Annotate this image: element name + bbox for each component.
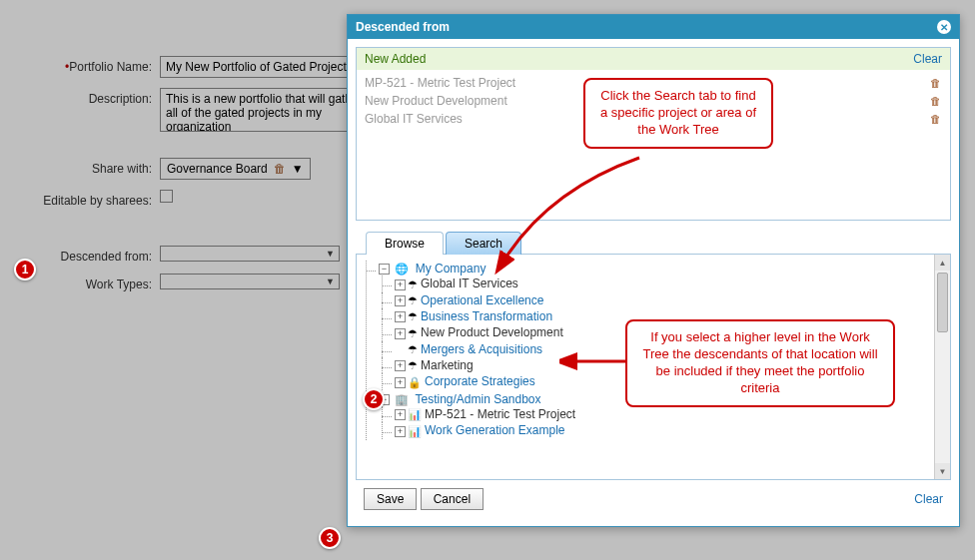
added-item-label: MP-521 - Metric Test Project (365, 76, 515, 90)
added-item-label: New Product Development (365, 94, 507, 108)
cancel-button[interactable]: Cancel (421, 488, 484, 510)
trash-icon[interactable] (930, 76, 942, 90)
tree-node[interactable]: Marketing (421, 358, 474, 372)
added-item-label: Global IT Services (365, 112, 463, 126)
project-icon: 📊 (408, 408, 422, 421)
project-icon: 📊 (408, 425, 422, 438)
step-marker-2: 2 (363, 388, 385, 410)
footer-clear-link[interactable]: Clear (914, 492, 943, 506)
scroll-thumb[interactable] (937, 273, 948, 332)
umbrella-icon: ☂ (408, 294, 418, 307)
callout-search-tab: Click the Search tab to find a specific … (583, 78, 773, 149)
tree-expand-icon[interactable]: + (395, 426, 406, 437)
umbrella-icon: ☂ (408, 343, 418, 356)
tree-node[interactable]: Business Transformation (421, 309, 552, 323)
umbrella-icon: ☂ (408, 327, 418, 340)
building-icon: 🏢 (395, 393, 409, 406)
tree-node[interactable]: Operational Excellence (421, 293, 543, 307)
tab-browse[interactable]: Browse (366, 232, 444, 255)
tree-collapse-icon[interactable]: − (379, 264, 390, 275)
tree-expand-icon[interactable]: + (395, 360, 406, 371)
tree-node[interactable]: Mergers & Acquisitions (421, 342, 542, 356)
globe-icon: 🌐 (395, 263, 409, 276)
tree-node[interactable]: MP-521 - Metric Test Project (425, 407, 575, 421)
close-icon[interactable]: ✕ (937, 20, 951, 34)
tree-node[interactable]: Corporate Strategies (425, 374, 535, 388)
umbrella-icon: ☂ (408, 279, 418, 291)
arrow-icon (489, 150, 669, 289)
tree-expand-icon[interactable]: + (395, 295, 406, 306)
clear-added-link[interactable]: Clear (913, 52, 942, 66)
tree-node[interactable]: Work Generation Example (425, 423, 565, 437)
dialog-title: Descended from (356, 20, 450, 34)
tree-expand-icon[interactable]: + (395, 377, 406, 388)
scrollbar[interactable]: ▲ ▼ (934, 255, 950, 479)
tree-expand-icon[interactable]: + (395, 409, 406, 420)
trash-icon[interactable] (930, 94, 942, 108)
umbrella-icon: ☂ (408, 310, 418, 323)
umbrella-icon: ☂ (408, 359, 418, 372)
step-marker-1: 1 (14, 259, 36, 280)
scroll-down-icon[interactable]: ▼ (935, 463, 950, 479)
scroll-up-icon[interactable]: ▲ (935, 255, 950, 271)
new-added-header: New Added (365, 52, 426, 66)
tree-expand-icon[interactable]: + (395, 280, 406, 290)
tree-expand-icon[interactable]: + (395, 311, 406, 322)
trash-icon[interactable] (930, 112, 942, 126)
tree-node[interactable]: New Product Development (421, 325, 563, 339)
strategy-icon: 🔒 (408, 376, 422, 389)
tree-expand-icon[interactable]: + (395, 328, 406, 339)
step-marker-3: 3 (319, 527, 341, 549)
tree-node[interactable]: Testing/Admin Sandbox (415, 392, 540, 406)
tree-node[interactable]: My Company (416, 262, 487, 276)
callout-higher-level: If you select a higher level in the Work… (625, 319, 895, 407)
save-button[interactable]: Save (364, 488, 417, 510)
dialog-titlebar: Descended from ✕ (348, 15, 959, 39)
